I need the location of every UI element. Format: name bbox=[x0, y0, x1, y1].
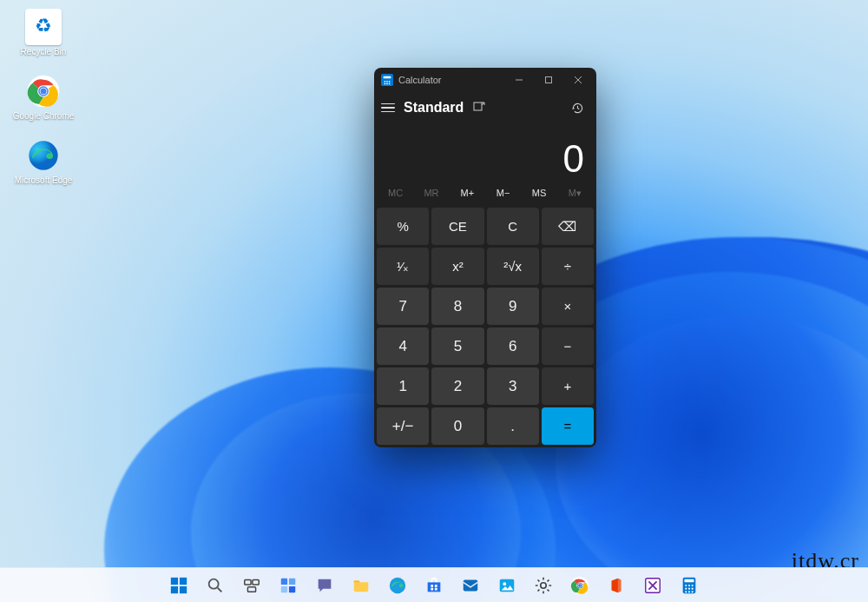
desktop-icon-edge[interactable]: Microsoft Edge bbox=[12, 137, 75, 186]
chrome-icon bbox=[25, 73, 62, 109]
svg-rect-13 bbox=[546, 77, 552, 83]
svg-point-47 bbox=[688, 587, 690, 589]
three-button[interactable]: 3 bbox=[487, 367, 539, 405]
keypad: % CE C ⌫ ¹⁄ₓ x² ²√x ÷ 7 8 9 × 4 5 6 − 1 … bbox=[374, 205, 596, 447]
menu-icon[interactable] bbox=[381, 103, 395, 113]
seven-button[interactable]: 7 bbox=[377, 288, 429, 325]
svg-point-45 bbox=[692, 584, 694, 585]
svg-rect-42 bbox=[685, 579, 694, 582]
close-button[interactable] bbox=[563, 69, 593, 90]
desktop-icon-label: Recycle Bin bbox=[21, 47, 67, 57]
desktop-icon-chrome[interactable]: Google Chrome bbox=[12, 73, 75, 122]
svg-point-34 bbox=[503, 582, 506, 585]
mode-label: Standard bbox=[404, 100, 464, 116]
negate-button[interactable]: +/− bbox=[377, 407, 429, 445]
svg-point-39 bbox=[578, 584, 582, 587]
zero-button[interactable]: 0 bbox=[431, 407, 483, 445]
svg-rect-31 bbox=[435, 587, 437, 590]
maximize-button[interactable] bbox=[534, 69, 563, 90]
nine-button[interactable]: 9 bbox=[487, 288, 539, 325]
svg-rect-16 bbox=[180, 577, 187, 584]
svg-rect-17 bbox=[171, 585, 178, 592]
chrome-taskbar-button[interactable] bbox=[565, 571, 595, 600]
svg-rect-21 bbox=[253, 579, 259, 585]
backspace-button[interactable]: ⌫ bbox=[542, 208, 594, 245]
divide-button[interactable]: ÷ bbox=[542, 248, 594, 285]
always-on-top-icon[interactable] bbox=[472, 101, 486, 115]
memory-subtract[interactable]: M− bbox=[485, 181, 521, 205]
svg-point-12 bbox=[389, 83, 391, 85]
photos-button[interactable] bbox=[492, 571, 522, 600]
four-button[interactable]: 4 bbox=[377, 327, 429, 365]
start-button[interactable] bbox=[164, 571, 194, 600]
plus-button[interactable]: + bbox=[542, 367, 594, 405]
window-title: Calculator bbox=[398, 75, 504, 85]
minus-button[interactable]: − bbox=[542, 327, 594, 365]
memory-store[interactable]: MS bbox=[521, 181, 556, 205]
desktop-icons: Recycle Bin Google Chrome Microsoft Edge bbox=[12, 9, 75, 202]
svg-point-10 bbox=[385, 83, 386, 85]
square-button[interactable]: x² bbox=[431, 248, 483, 285]
svg-point-48 bbox=[692, 587, 694, 589]
svg-point-44 bbox=[688, 584, 690, 585]
five-button[interactable]: 5 bbox=[431, 327, 483, 365]
svg-point-51 bbox=[692, 591, 694, 592]
svg-rect-25 bbox=[281, 585, 287, 592]
calculator-taskbar-button[interactable] bbox=[674, 571, 704, 600]
memory-add[interactable]: M+ bbox=[450, 181, 485, 205]
reciprocal-button[interactable]: ¹⁄ₓ bbox=[377, 248, 429, 285]
one-button[interactable]: 1 bbox=[377, 367, 429, 405]
display: 0 bbox=[374, 123, 596, 181]
minimize-button[interactable] bbox=[504, 69, 534, 90]
desktop-icon-label: Microsoft Edge bbox=[15, 175, 73, 186]
svg-point-43 bbox=[685, 584, 687, 585]
svg-rect-32 bbox=[464, 579, 478, 591]
edge-button[interactable] bbox=[383, 571, 412, 600]
settings-button[interactable] bbox=[529, 571, 558, 600]
svg-point-8 bbox=[386, 81, 388, 83]
task-view-button[interactable] bbox=[237, 571, 266, 600]
mail-button[interactable] bbox=[456, 571, 485, 600]
calculator-window: Calculator Standard 0 MC MR M+ M− MS M▾ … bbox=[374, 68, 596, 447]
six-button[interactable]: 6 bbox=[487, 327, 539, 365]
svg-point-49 bbox=[685, 591, 687, 592]
memory-row: MC MR M+ M− MS M▾ bbox=[374, 181, 596, 205]
clear-entry-button[interactable]: CE bbox=[431, 208, 483, 245]
svg-rect-22 bbox=[247, 586, 255, 592]
search-button[interactable] bbox=[201, 571, 230, 600]
widgets-button[interactable] bbox=[273, 571, 303, 600]
titlebar[interactable]: Calculator bbox=[374, 68, 596, 92]
svg-rect-14 bbox=[474, 103, 482, 110]
file-explorer-button[interactable] bbox=[346, 571, 376, 600]
svg-rect-26 bbox=[289, 585, 295, 592]
eight-button[interactable]: 8 bbox=[431, 288, 483, 325]
two-button[interactable]: 2 bbox=[431, 367, 483, 405]
clear-button[interactable]: C bbox=[487, 208, 539, 245]
desktop-icon-label: Google Chrome bbox=[13, 111, 75, 122]
taskbar bbox=[0, 567, 868, 602]
app-icon bbox=[381, 74, 393, 86]
svg-point-3 bbox=[41, 89, 47, 95]
snipping-tool-button[interactable] bbox=[638, 571, 667, 600]
chat-button[interactable] bbox=[310, 571, 339, 600]
svg-rect-28 bbox=[431, 585, 433, 587]
svg-point-46 bbox=[685, 587, 687, 589]
multiply-button[interactable]: × bbox=[542, 288, 594, 325]
decimal-button[interactable]: . bbox=[487, 407, 539, 445]
memory-list: M▾ bbox=[557, 181, 593, 205]
desktop-icon-recycle-bin[interactable]: Recycle Bin bbox=[12, 9, 75, 57]
percent-button[interactable]: % bbox=[377, 208, 429, 245]
svg-rect-20 bbox=[245, 579, 251, 585]
store-button[interactable] bbox=[419, 571, 449, 600]
svg-point-9 bbox=[389, 81, 391, 83]
svg-rect-30 bbox=[431, 587, 433, 590]
equals-button[interactable]: = bbox=[542, 407, 594, 445]
svg-rect-29 bbox=[435, 585, 437, 587]
svg-rect-15 bbox=[171, 577, 178, 584]
memory-clear: MC bbox=[378, 181, 413, 205]
history-icon[interactable] bbox=[570, 101, 584, 115]
office-button[interactable] bbox=[602, 571, 631, 600]
square-root-button[interactable]: ²√x bbox=[487, 248, 539, 285]
svg-rect-24 bbox=[289, 578, 295, 584]
svg-point-11 bbox=[386, 83, 388, 85]
